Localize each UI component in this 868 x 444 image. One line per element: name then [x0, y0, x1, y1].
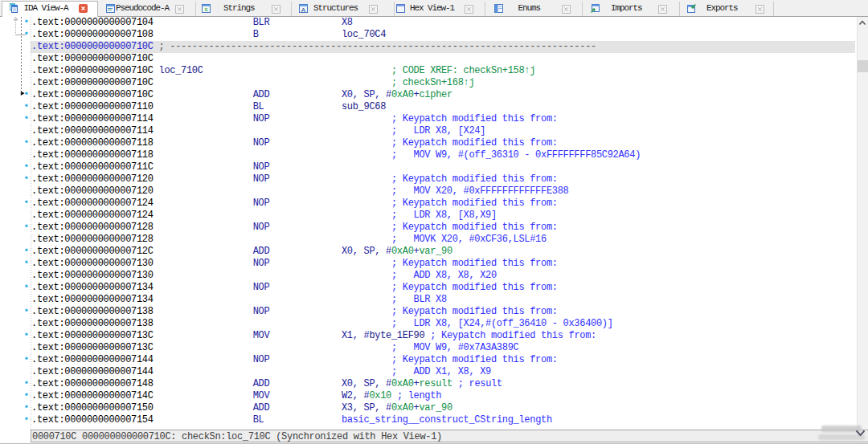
svg-text:A: A: [301, 6, 306, 13]
svg-text:s: s: [205, 6, 208, 13]
